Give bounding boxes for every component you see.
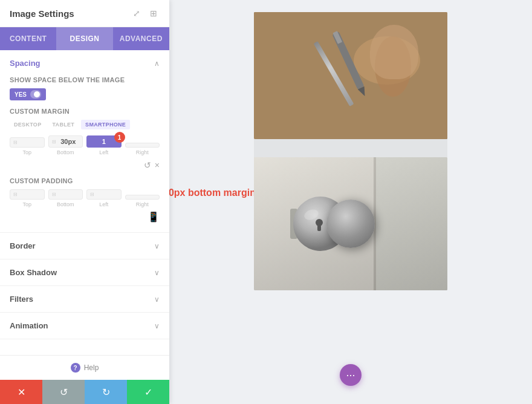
clear-icon[interactable]: × <box>155 160 160 170</box>
undo-button[interactable]: ↺ <box>42 380 85 404</box>
screwdriver-svg <box>254 12 447 139</box>
margin-indicator <box>254 139 447 157</box>
padding-grid: ⊟ Top ⊟ Bottom <box>10 189 160 207</box>
reset-icon[interactable]: ↺ <box>144 160 151 170</box>
device-tab-smartphone[interactable]: Smartphone <box>81 120 130 129</box>
margin-top-field[interactable]: ⊟ <box>10 137 45 148</box>
box-shadow-section: Box Shadow ∨ <box>0 259 169 286</box>
margin-bottom-value: 30px <box>57 138 80 145</box>
padding-left-field[interactable]: ⊟ <box>86 189 122 200</box>
panel-body: Spacing ∧ Show Space Below The Image YES… <box>0 50 169 404</box>
toggle-pill <box>30 90 41 99</box>
padding-bottom-label: Bottom <box>57 201 74 207</box>
padding-top-field[interactable]: ⊟ <box>10 189 45 200</box>
animation-section-header[interactable]: Animation ∨ <box>0 313 169 339</box>
border-section-header[interactable]: Border ∨ <box>0 233 169 259</box>
link-icon-bottom: ⊟ <box>52 139 56 145</box>
image-doorknob <box>254 157 447 290</box>
cancel-button[interactable]: ✕ <box>0 380 42 404</box>
mobile-icon: 📱 <box>148 211 160 223</box>
panel-title: Image Settings <box>10 8 74 19</box>
padding-bottom-wrap: ⊟ Bottom <box>48 189 83 207</box>
svg-rect-7 <box>254 157 447 290</box>
custom-margin-label: Custom Margin <box>10 108 160 115</box>
image-screwdriver <box>254 12 447 139</box>
svg-point-12 <box>316 219 323 226</box>
filters-section-header[interactable]: Filters ∨ <box>0 286 169 312</box>
margin-bottom-label: Bottom <box>57 149 74 155</box>
fab-button[interactable]: ··· <box>340 364 362 386</box>
grid-icon[interactable]: ⊞ <box>148 7 160 19</box>
margin-top-label: Top <box>22 149 31 155</box>
spacing-section-header[interactable]: Spacing ∧ <box>0 50 169 76</box>
filters-chevron: ∨ <box>154 295 160 304</box>
spacing-section: Spacing ∧ Show Space Below The Image YES… <box>0 50 169 233</box>
padding-left-wrap: ⊟ Left <box>86 189 122 207</box>
animation-section: Animation ∨ <box>0 313 169 339</box>
animation-chevron: ∨ <box>154 322 160 330</box>
padding-bottom-field[interactable]: ⊟ <box>48 189 83 200</box>
border-section: Border ∨ <box>0 233 169 259</box>
pad-link-top: ⊟ <box>13 192 18 197</box>
preview-area: 30px bottom margin <box>169 0 532 404</box>
svg-point-11 <box>293 197 348 251</box>
margin-left-value: 1 <box>90 138 118 145</box>
margin-left-wrap: 1 1 Left <box>86 135 122 155</box>
svg-point-14 <box>303 207 320 221</box>
margin-left-label: Left <box>99 149 108 155</box>
margin-bottom-wrap: ⊟ 30px Bottom <box>48 135 83 155</box>
show-space-label: Show Space Below The Image <box>10 76 160 83</box>
margin-top-wrap: ⊟ Top <box>10 137 45 155</box>
spacing-section-title: Spacing <box>10 59 41 68</box>
animation-title: Animation <box>10 321 48 330</box>
box-shadow-section-header[interactable]: Box Shadow ∨ <box>0 259 169 285</box>
padding-right-wrap: Right <box>125 195 160 207</box>
margin-grid: ⊟ Top ⊟ 30px Bottom <box>10 135 160 155</box>
link-icon-top: ⊟ <box>13 140 18 145</box>
help-link[interactable]: ? Help <box>71 363 99 373</box>
margin-controls: ↺ × <box>10 160 160 170</box>
toggle-row: YES <box>10 88 160 100</box>
padding-top-label: Top <box>22 201 31 207</box>
border-chevron: ∨ <box>154 242 160 250</box>
svg-rect-6 <box>254 12 447 139</box>
device-tab-tablet[interactable]: Tablet <box>48 120 79 129</box>
yes-toggle[interactable]: YES <box>10 88 46 100</box>
redo-button[interactable]: ↻ <box>85 380 127 404</box>
padding-left-label: Left <box>99 201 108 207</box>
tab-advanced[interactable]: Advanced <box>113 27 169 50</box>
padding-right-label: Right <box>136 201 149 207</box>
border-title: Border <box>10 241 36 250</box>
tab-bar: Content Design Advanced <box>0 27 169 50</box>
panel-footer: ? Help <box>0 355 169 380</box>
spacing-chevron-up: ∧ <box>154 59 160 68</box>
doorknob-svg <box>254 157 447 290</box>
padding-section: Custom Padding ⊟ Top ⊟ <box>10 177 160 223</box>
filters-section: Filters ∨ <box>0 286 169 313</box>
expand-icon[interactable]: ⤢ <box>131 7 143 19</box>
margin-bottom-field[interactable]: ⊟ 30px <box>48 135 83 148</box>
annotation: 30px bottom margin <box>169 187 256 198</box>
custom-padding-label: Custom Padding <box>10 177 160 184</box>
tab-content[interactable]: Content <box>0 27 56 50</box>
pad-link-bottom: ⊟ <box>52 192 56 197</box>
margin-right-wrap: Right <box>125 143 160 155</box>
preview-container <box>254 12 447 290</box>
box-shadow-chevron: ∨ <box>154 269 160 277</box>
panel-header: Image Settings ⤢ ⊞ <box>0 0 169 27</box>
filters-title: Filters <box>10 295 33 304</box>
padding-right-field[interactable] <box>125 195 160 200</box>
pad-link-left: ⊟ <box>90 192 94 197</box>
spacing-section-content: Show Space Below The Image YES Custom Ma… <box>0 76 169 232</box>
help-icon: ? <box>71 363 80 373</box>
bottom-bar: ✕ ↺ ↻ ✓ <box>0 380 169 404</box>
tab-design[interactable]: Design <box>56 27 112 50</box>
device-tab-desktop[interactable]: Desktop <box>10 120 45 129</box>
padding-top-wrap: ⊟ Top <box>10 189 45 207</box>
toggle-yes-text: YES <box>15 91 27 98</box>
settings-panel: Image Settings ⤢ ⊞ Content Design Advanc… <box>0 0 169 404</box>
save-button[interactable]: ✓ <box>127 380 169 404</box>
svg-rect-8 <box>254 157 375 290</box>
margin-right-field[interactable] <box>125 143 160 148</box>
badge-1: 1 <box>114 132 125 143</box>
